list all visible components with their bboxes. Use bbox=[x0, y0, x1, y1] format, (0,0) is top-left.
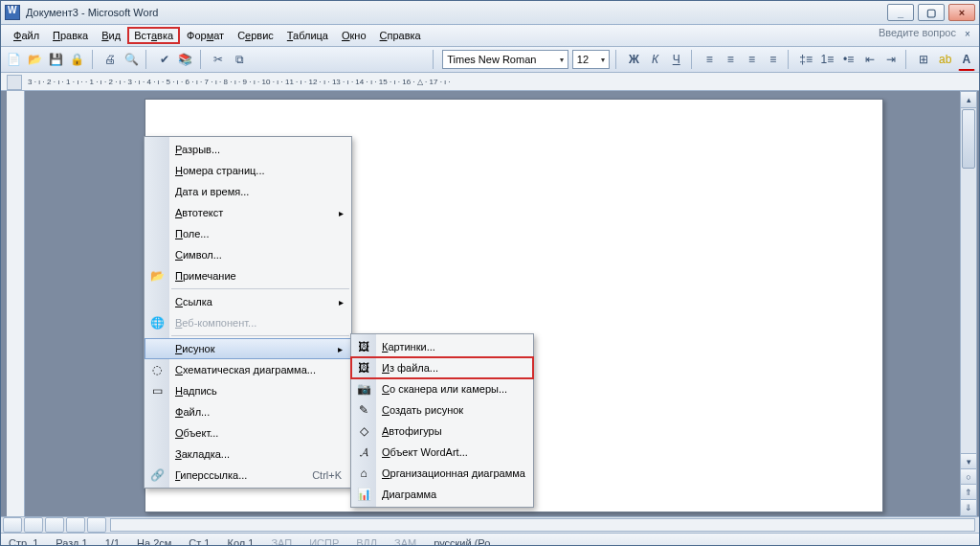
menu-item-icon: ⌂ bbox=[356, 466, 371, 481]
align-center-icon[interactable]: ≡ bbox=[722, 49, 739, 70]
copy-icon[interactable]: ⧉ bbox=[232, 49, 249, 70]
insert-menu-item-4[interactable]: Поле... bbox=[145, 223, 351, 244]
insert-menu-item-15[interactable]: Объект... bbox=[145, 422, 351, 444]
menu-item-label: Веб-компонент... bbox=[175, 317, 256, 329]
research-icon[interactable]: 📚 bbox=[177, 49, 194, 70]
menu-item-icon: 📂 bbox=[149, 268, 165, 284]
web-view-button[interactable] bbox=[24, 517, 43, 533]
ask-question-field[interactable]: Введите вопрос bbox=[822, 27, 956, 38]
outline-view-button[interactable] bbox=[66, 517, 85, 533]
menu-tools[interactable]: Сервис bbox=[231, 27, 280, 44]
maximize-button[interactable]: ▢ bbox=[918, 4, 945, 21]
menu-item-label: Закладка... bbox=[175, 448, 230, 460]
save-icon[interactable]: 💾 bbox=[47, 49, 64, 70]
font-size-field[interactable]: 12▾ bbox=[572, 50, 610, 69]
insert-menu-item-6[interactable]: 📂Примечание bbox=[145, 265, 351, 286]
prev-page-icon[interactable]: ⇑ bbox=[961, 484, 976, 500]
bullets-icon[interactable]: •≡ bbox=[840, 49, 858, 70]
picture-submenu-dropdown: 🖼Картинки...🖼Из файла...📷Со сканера или … bbox=[350, 333, 534, 508]
status-language[interactable]: русский (Ро bbox=[434, 537, 490, 546]
picture-menu-item-2[interactable]: 📷Со сканера или камеры... bbox=[351, 378, 533, 399]
minimize-button[interactable]: _ bbox=[887, 4, 914, 21]
toolbar-close-icon[interactable]: × bbox=[962, 29, 973, 40]
insert-menu-item-11[interactable]: Рисунок▸ bbox=[145, 338, 351, 359]
normal-view-button[interactable] bbox=[3, 517, 22, 533]
new-doc-icon[interactable]: 📄 bbox=[5, 49, 22, 70]
font-color-icon[interactable]: A bbox=[958, 49, 975, 71]
align-left-icon[interactable]: ≡ bbox=[701, 49, 718, 70]
menu-item-label: Со сканера или камеры... bbox=[382, 383, 507, 395]
reading-view-button[interactable] bbox=[87, 517, 106, 533]
separator bbox=[788, 50, 791, 69]
status-rec[interactable]: ЗАП bbox=[271, 537, 292, 546]
insert-menu-item-2[interactable]: Дата и время... bbox=[145, 181, 351, 202]
cut-icon[interactable]: ✂ bbox=[210, 49, 227, 70]
picture-menu-item-5[interactable]: 𝓐Объект WordArt... bbox=[351, 442, 533, 463]
decrease-indent-icon[interactable]: ⇤ bbox=[861, 49, 879, 70]
horizontal-ruler[interactable]: 3 · ı · 2 · ı · 1 · ı · · 1 · ı · 2 · ı … bbox=[1, 73, 979, 91]
status-ovr[interactable]: ЗАМ bbox=[394, 537, 416, 546]
scroll-down-arrow[interactable]: ▾ bbox=[961, 453, 976, 469]
menu-file[interactable]: Файл bbox=[7, 27, 46, 44]
spelling-icon[interactable]: ✔ bbox=[156, 49, 173, 70]
menu-format[interactable]: Формат bbox=[180, 27, 231, 44]
status-trk[interactable]: ИСПР bbox=[309, 537, 339, 546]
print-icon[interactable]: 🖨 bbox=[101, 49, 119, 70]
next-page-icon[interactable]: ⇓ bbox=[961, 499, 976, 515]
underline-icon[interactable]: Ч bbox=[668, 49, 685, 70]
align-right-icon[interactable]: ≡ bbox=[743, 49, 760, 70]
open-icon[interactable]: 📂 bbox=[26, 49, 43, 70]
picture-menu-item-1[interactable]: 🖼Из файла... bbox=[351, 357, 533, 378]
insert-menu-item-8[interactable]: Ссылка▸ bbox=[145, 291, 351, 312]
tab-selector[interactable] bbox=[7, 75, 22, 90]
increase-indent-icon[interactable]: ⇥ bbox=[882, 49, 900, 70]
chevron-down-icon: ▾ bbox=[560, 56, 564, 64]
align-justify-icon[interactable]: ≡ bbox=[765, 49, 782, 70]
insert-menu-item-16[interactable]: Закладка... bbox=[145, 444, 351, 465]
menu-help[interactable]: Справка bbox=[373, 27, 428, 44]
menu-window[interactable]: Окно bbox=[335, 27, 373, 44]
menu-item-label: Разрыв... bbox=[175, 144, 220, 155]
menu-item-icon: 🖼 bbox=[356, 339, 371, 354]
insert-menu-item-12[interactable]: ◌Схематическая диаграмма... bbox=[145, 359, 351, 380]
italic-icon[interactable]: К bbox=[646, 49, 663, 70]
highlight-icon[interactable]: ab bbox=[937, 49, 954, 70]
menu-table[interactable]: Таблица bbox=[280, 27, 335, 44]
insert-menu-item-14[interactable]: Файл... bbox=[145, 401, 351, 422]
insert-menu-item-3[interactable]: Автотекст▸ bbox=[145, 202, 351, 223]
font-name-field[interactable]: Times New Roman▾ bbox=[442, 50, 568, 69]
horizontal-scrollbar[interactable] bbox=[110, 518, 975, 532]
close-button[interactable]: × bbox=[948, 4, 975, 21]
insert-menu-item-5[interactable]: Символ... bbox=[145, 244, 351, 265]
borders-icon[interactable]: ⊞ bbox=[915, 49, 932, 70]
scroll-up-arrow[interactable]: ▴ bbox=[961, 92, 976, 108]
browse-object-icon[interactable]: ○ bbox=[961, 468, 976, 485]
status-ext[interactable]: ВДЛ bbox=[356, 537, 377, 546]
vertical-scrollbar[interactable]: ▴ ▾ ○ ⇑ ⇓ bbox=[960, 91, 977, 516]
insert-menu-item-0[interactable]: Разрыв... bbox=[145, 139, 351, 160]
separator bbox=[145, 50, 149, 69]
picture-menu-item-6[interactable]: ⌂Организационная диаграмма bbox=[351, 463, 533, 484]
menu-view[interactable]: Вид bbox=[95, 27, 127, 44]
insert-menu-item-13[interactable]: ▭Надпись bbox=[145, 380, 351, 401]
picture-menu-item-0[interactable]: 🖼Картинки... bbox=[351, 336, 533, 357]
picture-menu-item-3[interactable]: ✎Создать рисунок bbox=[351, 399, 533, 421]
menu-edit[interactable]: Правка bbox=[46, 27, 95, 44]
submenu-arrow-icon: ▸ bbox=[339, 208, 344, 218]
line-spacing-icon[interactable]: ‡≡ bbox=[797, 49, 814, 70]
font-size-value: 12 bbox=[577, 54, 589, 65]
chevron-down-icon: ▾ bbox=[601, 56, 605, 64]
permissions-icon[interactable]: 🔒 bbox=[69, 49, 86, 70]
font-name-value: Times New Roman bbox=[447, 54, 536, 65]
menu-insert[interactable]: Вставка bbox=[127, 27, 180, 44]
insert-menu-item-17[interactable]: 🔗Гиперссылка...Ctrl+K bbox=[145, 465, 351, 486]
vertical-ruler[interactable] bbox=[7, 91, 25, 516]
insert-menu-item-1[interactable]: Номера страниц... bbox=[145, 160, 351, 181]
numbering-icon[interactable]: 1≡ bbox=[818, 49, 835, 70]
picture-menu-item-7[interactable]: 📊Диаграмма bbox=[351, 484, 533, 505]
print-preview-icon[interactable]: 🔍 bbox=[122, 49, 140, 70]
picture-menu-item-4[interactable]: ◇Автофигуры bbox=[351, 421, 533, 442]
scroll-thumb[interactable] bbox=[962, 109, 975, 169]
bold-icon[interactable]: Ж bbox=[625, 49, 642, 70]
print-view-button[interactable] bbox=[45, 517, 64, 533]
